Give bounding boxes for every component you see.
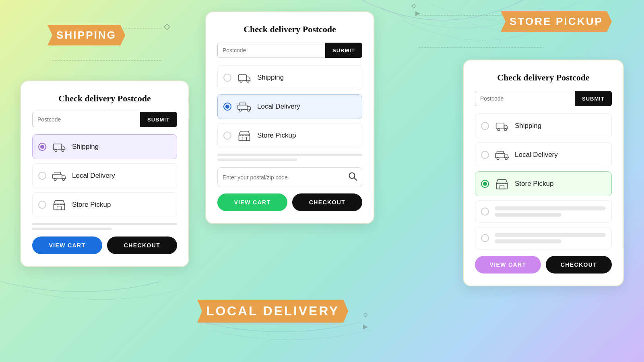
option-delivery-center[interactable]: Local Delivery (217, 94, 362, 119)
option-pickup-center[interactable]: Store Pickup (217, 123, 362, 148)
ghost-radio-1[interactable] (481, 208, 489, 216)
option-shipping-left[interactable]: Shipping (32, 134, 177, 159)
option-pickup-left[interactable]: Store Pickup (32, 192, 177, 217)
btn-row-right: VIEW CART CHECKOUT (475, 256, 612, 274)
svg-point-36 (497, 157, 499, 159)
card-left: Check delivery Postcode SUBMIT Shipping … (20, 80, 189, 267)
svg-marker-1 (412, 4, 416, 8)
card-center-title: Check delivery Postcode (217, 24, 362, 35)
ghost-radio-2[interactable] (481, 234, 489, 242)
card-left-title: Check delivery Postcode (32, 93, 177, 104)
svg-point-16 (62, 149, 64, 151)
svg-rect-25 (238, 105, 247, 109)
svg-rect-29 (242, 137, 247, 141)
radio-delivery-right[interactable] (481, 151, 489, 159)
postcode-input-left[interactable] (32, 112, 140, 127)
submit-btn-center[interactable]: SUBMIT (325, 43, 362, 58)
card-center: Check delivery Postcode SUBMIT Shipping … (205, 11, 374, 224)
option-shipping-center[interactable]: Shipping (217, 65, 362, 90)
store-pickup-banner: STORE PICKUP (501, 11, 612, 32)
svg-rect-21 (57, 206, 62, 210)
store-icon-right (495, 177, 509, 191)
svg-point-37 (505, 157, 507, 159)
postcode-input-right[interactable] (475, 91, 575, 106)
store-pickup-banner-text: STORE PICKUP (510, 15, 603, 27)
option-shipping-label-left: Shipping (72, 143, 99, 151)
option-delivery-left[interactable]: Local Delivery (32, 163, 177, 188)
radio-pickup-left[interactable] (38, 201, 46, 209)
search-icon-center[interactable] (348, 172, 357, 183)
radio-shipping-right[interactable] (481, 122, 489, 130)
view-cart-btn-right[interactable]: VIEW CART (475, 256, 541, 274)
checkout-btn-right[interactable]: CHECKOUT (546, 256, 612, 274)
radio-pickup-right[interactable] (481, 180, 489, 188)
option-shipping-label-center: Shipping (257, 74, 284, 82)
radio-delivery-left[interactable] (38, 172, 46, 180)
option-pickup-right[interactable]: Store Pickup (475, 171, 612, 196)
ghost-row-1 (475, 200, 612, 223)
option-pickup-label-center: Store Pickup (257, 132, 296, 140)
btn-row-left: VIEW CART CHECKOUT (32, 237, 177, 254)
radio-pickup-center[interactable] (223, 132, 231, 140)
card-right: Check delivery Postcode SUBMIT Shipping … (463, 60, 624, 286)
svg-point-15 (55, 149, 57, 151)
option-delivery-label-left: Local Delivery (72, 172, 115, 180)
svg-point-34 (504, 128, 506, 130)
radio-shipping-left[interactable] (38, 143, 46, 151)
postcode-row-left: SUBMIT (32, 112, 177, 127)
ghost-rows (475, 200, 612, 249)
svg-rect-32 (496, 123, 504, 129)
store-icon-center (237, 128, 252, 143)
btn-row-center: VIEW CART CHECKOUT (217, 193, 362, 211)
option-pickup-label-right: Store Pickup (515, 180, 553, 188)
store-icon-left (52, 197, 66, 212)
local-delivery-banner: LOCAL DELIVERY (197, 300, 348, 323)
submit-btn-right[interactable]: SUBMIT (575, 91, 612, 106)
svg-point-26 (239, 109, 241, 111)
option-delivery-right[interactable]: Local Delivery (475, 142, 612, 167)
svg-point-23 (240, 80, 242, 82)
radio-shipping-center[interactable] (223, 74, 231, 82)
ghost-row-2 (475, 227, 612, 249)
radio-delivery-center[interactable] (223, 103, 231, 111)
postcode-row-center: SUBMIT (217, 43, 362, 58)
svg-marker-6 (415, 11, 420, 16)
view-cart-btn-center[interactable]: VIEW CART (217, 193, 287, 211)
shipping-banner: SHIPPING (47, 25, 125, 45)
option-pickup-label-left: Store Pickup (72, 201, 111, 209)
option-shipping-right[interactable]: Shipping (475, 113, 612, 138)
svg-rect-22 (239, 75, 247, 80)
divider-left (32, 223, 177, 230)
shipping-icon-left (52, 140, 66, 154)
delivery-icon-right (495, 148, 509, 162)
svg-line-31 (354, 178, 357, 180)
svg-marker-0 (164, 24, 170, 30)
shipping-icon-right (495, 119, 509, 133)
shipping-banner-text: SHIPPING (56, 29, 116, 41)
svg-point-19 (62, 178, 64, 180)
local-delivery-banner-text: LOCAL DELIVERY (206, 304, 339, 318)
option-delivery-label-right: Local Delivery (515, 151, 558, 159)
option-delivery-label-center: Local Delivery (257, 103, 300, 111)
svg-rect-39 (500, 185, 504, 189)
checkout-btn-left[interactable]: CHECKOUT (107, 237, 177, 254)
card-right-title: Check delivery Postcode (475, 72, 612, 83)
postcode-row-right: SUBMIT (475, 91, 612, 106)
ghost-lines-1 (495, 206, 606, 217)
ghost-lines-2 (495, 233, 606, 243)
delivery-icon-center (237, 99, 252, 114)
svg-marker-4 (363, 313, 367, 317)
postcode-input-center[interactable] (217, 43, 325, 58)
submit-btn-left[interactable]: SUBMIT (140, 112, 177, 127)
svg-rect-14 (54, 144, 62, 150)
view-cart-btn-left[interactable]: VIEW CART (32, 237, 102, 254)
svg-rect-17 (53, 174, 62, 179)
delivery-icon-left (52, 169, 66, 183)
search-input-center[interactable] (223, 174, 345, 181)
search-row-center[interactable] (217, 167, 362, 187)
shipping-icon-center (237, 70, 252, 85)
svg-point-18 (54, 178, 56, 180)
svg-marker-9 (363, 325, 368, 329)
svg-point-24 (247, 80, 249, 82)
checkout-btn-center[interactable]: CHECKOUT (292, 193, 362, 211)
